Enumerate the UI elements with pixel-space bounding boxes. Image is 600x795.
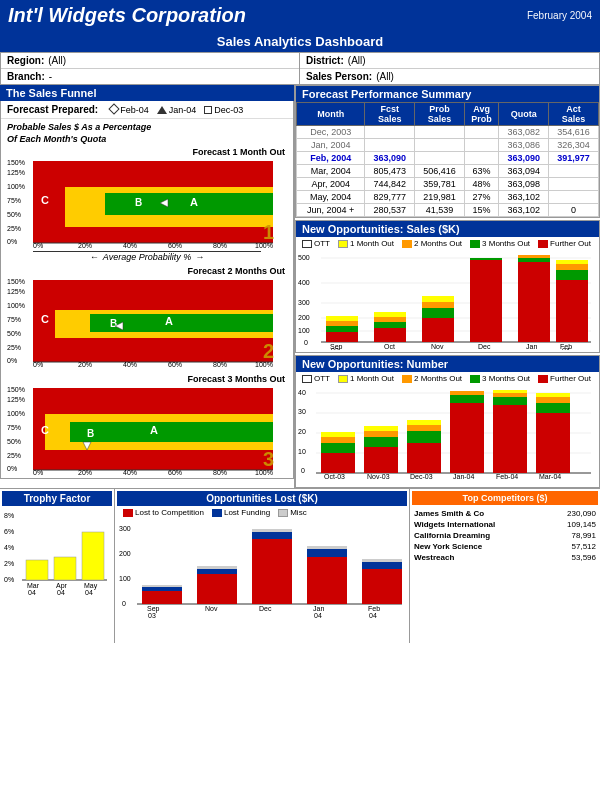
svg-text:Feb-04: Feb-04 [496, 473, 518, 480]
svg-text:0%: 0% [7, 357, 17, 364]
chart3-svg: 0% 25% 50% 75% 100% 125% 150% C B A 3 [5, 386, 288, 476]
col-prob: ProbSales [415, 103, 465, 126]
dashboard-title: Sales Analytics Dashboard [0, 31, 600, 52]
svg-text:400: 400 [298, 279, 310, 286]
triangle-icon [157, 106, 167, 114]
svg-rect-162 [54, 557, 76, 580]
comp-color [123, 509, 133, 517]
col-fcst: FcstSales [365, 103, 415, 126]
new-opp-sales-section: New Opportunities: Sales ($K) OTT 1 Mont… [295, 220, 600, 353]
svg-text:Mar: Mar [27, 582, 40, 589]
svg-rect-146 [536, 403, 570, 413]
main-content: The Sales Funnel Forecast Prepared: Feb-… [0, 85, 600, 488]
avg-prob-arrow: ← Average Probability % → [33, 251, 261, 262]
funnel-section: Forecast Prepared: Feb-04 Jan-04 Dec-03 … [0, 101, 294, 479]
chart2-svg: 0% 25% 50% 75% 100% 125% 150% C B A 2 [5, 278, 288, 368]
svg-text:75%: 75% [7, 424, 21, 431]
forecast-prepared: Forecast Prepared: Feb-04 Jan-04 Dec-03 [1, 101, 293, 119]
prob-text: Probable Sales $ As a PercentageOf Each … [1, 119, 293, 145]
svg-rect-179 [197, 569, 237, 574]
further-color [538, 240, 548, 248]
svg-text:100%: 100% [255, 469, 273, 476]
svg-text:A: A [150, 424, 158, 436]
svg-text:Feb: Feb [368, 605, 380, 612]
forecast-table: Month FcstSales ProbSales AvgProb Quota … [296, 102, 599, 217]
filters: Region: (All) Branch: - District: (All) … [0, 52, 600, 85]
svg-text:50%: 50% [7, 330, 21, 337]
svg-rect-143 [493, 393, 527, 397]
svg-text:04: 04 [369, 612, 377, 619]
svg-text:100%: 100% [7, 410, 25, 417]
svg-rect-90 [326, 316, 358, 321]
svg-rect-126 [321, 453, 355, 473]
trophy-title: Trophy Factor [2, 491, 112, 506]
competitor-row: James Smith & Co230,090 [412, 508, 598, 519]
svg-rect-180 [197, 566, 237, 569]
svg-text:1: 1 [263, 221, 274, 243]
svg-text:60%: 60% [168, 469, 182, 476]
svg-text:Jan-04: Jan-04 [453, 473, 475, 480]
ott-color [302, 240, 312, 248]
svg-text:30: 30 [298, 408, 306, 415]
svg-rect-88 [326, 326, 358, 332]
svg-rect-129 [321, 432, 355, 437]
svg-text:80%: 80% [213, 361, 227, 368]
svg-rect-140 [450, 391, 484, 395]
svg-text:Jan: Jan [526, 343, 537, 350]
svg-text:100: 100 [119, 575, 131, 582]
svg-text:A: A [190, 196, 198, 208]
svg-text:Dec-03: Dec-03 [410, 473, 433, 480]
svg-rect-163 [82, 532, 104, 580]
svg-rect-105 [556, 270, 588, 280]
svg-text:60%: 60% [168, 242, 182, 249]
col-quota: Quota [499, 103, 549, 126]
fund-color [212, 509, 222, 517]
svg-text:75%: 75% [7, 197, 21, 204]
svg-rect-136 [407, 425, 441, 431]
svg-rect-106 [556, 264, 588, 270]
svg-text:0%: 0% [33, 469, 43, 476]
branch-filter: Branch: - [1, 69, 299, 84]
svg-text:B: B [110, 318, 117, 329]
district-filter: District: (All) [300, 53, 599, 69]
svg-rect-127 [321, 443, 355, 453]
svg-text:8%: 8% [4, 512, 14, 519]
svg-text:3: 3 [263, 448, 274, 470]
svg-rect-92 [374, 322, 406, 328]
svg-rect-87 [326, 332, 358, 342]
svg-rect-145 [536, 413, 570, 473]
svg-text:125%: 125% [7, 288, 25, 295]
svg-rect-99 [470, 260, 502, 342]
svg-text:150%: 150% [7, 278, 25, 285]
svg-text:2: 2 [263, 340, 274, 362]
svg-rect-183 [252, 529, 292, 532]
svg-rect-95 [422, 318, 454, 342]
svg-text:6%: 6% [4, 528, 14, 535]
competitors-section: Top Competitors ($) James Smith & Co230,… [410, 489, 600, 643]
chart3-container: Forecast 3 Months Out 0% 25% 50% 75% 100… [1, 372, 293, 478]
forecast-section: Forecast Performance Summary Month FcstS… [295, 85, 600, 218]
svg-text:04: 04 [562, 347, 570, 350]
svg-text:125%: 125% [7, 169, 25, 176]
svg-rect-134 [407, 443, 441, 473]
forecast-row: Apr, 2004744,842359,78148%363,098 [297, 178, 599, 191]
col-act: ActSales [549, 103, 599, 126]
competitors-list: James Smith & Co230,090Widgets Internati… [412, 508, 598, 563]
svg-text:0%: 0% [7, 238, 17, 245]
svg-text:80%: 80% [213, 242, 227, 249]
svg-text:A: A [165, 315, 173, 327]
svg-rect-131 [364, 437, 398, 447]
svg-rect-89 [326, 321, 358, 326]
svg-rect-137 [407, 420, 441, 425]
svg-rect-185 [307, 549, 347, 557]
svg-text:25%: 25% [7, 225, 21, 232]
svg-text:Oct: Oct [384, 343, 395, 350]
svg-text:Dec: Dec [478, 343, 491, 350]
svg-text:Oct-03: Oct-03 [324, 473, 345, 480]
trophy-chart: 8% 6% 4% 2% 0% Mar 04 Apr 04 May 04 [2, 506, 112, 626]
funnel-title: The Sales Funnel [0, 85, 294, 101]
svg-rect-142 [493, 397, 527, 405]
opp-lost-legend: Lost to Competition Lost Funding Misc [117, 506, 407, 519]
svg-rect-177 [142, 585, 182, 587]
3mo-color2 [470, 375, 480, 383]
